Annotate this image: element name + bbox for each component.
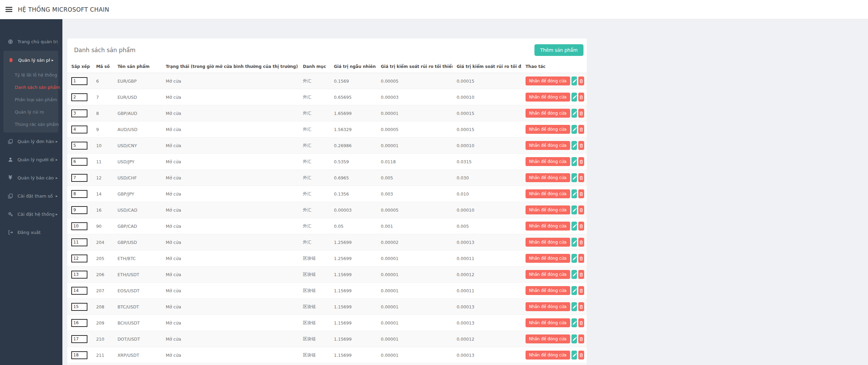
delete-button[interactable] — [578, 302, 584, 311]
close-market-button[interactable]: Nhấn để đóng cửa — [526, 125, 570, 134]
delete-button[interactable] — [578, 286, 584, 295]
close-market-button[interactable]: Nhấn để đóng cửa — [526, 93, 570, 102]
sidebar-item[interactable]: ฿Quản lý sản phẩm▸ — [3, 51, 58, 69]
id-cell: 212 — [92, 363, 113, 365]
edit-button[interactable] — [571, 189, 577, 198]
delete-button[interactable] — [578, 141, 584, 150]
edit-button[interactable] — [571, 351, 577, 360]
sidebar-item[interactable]: Trang chủ quản trị — [0, 33, 62, 51]
edit-button[interactable] — [571, 157, 577, 166]
close-market-button[interactable]: Nhấn để đóng cửa — [526, 109, 570, 118]
delete-button[interactable] — [578, 157, 584, 166]
sort-input[interactable] — [71, 142, 87, 150]
close-market-button[interactable]: Nhấn để đóng cửa — [526, 189, 570, 198]
close-market-button[interactable]: Nhấn để đóng cửa — [526, 254, 570, 263]
sidebar-subitem[interactable]: Phân loại sản phẩm — [3, 93, 58, 106]
delete-button[interactable] — [578, 238, 584, 247]
edit-button[interactable] — [571, 109, 577, 118]
delete-button[interactable] — [578, 205, 584, 214]
edit-button[interactable] — [571, 93, 577, 102]
sort-input[interactable] — [71, 335, 87, 343]
sort-input[interactable] — [71, 206, 87, 214]
close-market-button[interactable]: Nhấn để đóng cửa — [526, 334, 570, 343]
sidebar-item[interactable]: Cài đặt tham số▸ — [0, 187, 62, 205]
delete-button[interactable] — [578, 351, 584, 360]
sort-input[interactable] — [71, 351, 87, 359]
sidebar-item[interactable]: Đăng xuất — [0, 223, 62, 242]
sort-input[interactable] — [71, 255, 87, 262]
delete-button[interactable] — [578, 318, 584, 327]
sort-input[interactable] — [71, 126, 87, 133]
close-market-button[interactable]: Nhấn để đóng cửa — [526, 141, 570, 150]
trash-icon — [579, 240, 583, 245]
sort-input[interactable] — [71, 109, 87, 117]
sort-input[interactable] — [71, 238, 87, 246]
sidebar-item[interactable]: Quản lý đơn hàng▸ — [0, 132, 62, 151]
edit-button[interactable] — [571, 334, 577, 343]
sort-input[interactable] — [71, 319, 87, 327]
sort-cell — [67, 186, 92, 202]
sort-input[interactable] — [71, 222, 87, 230]
close-market-button[interactable]: Nhấn để đóng cửa — [526, 205, 570, 214]
sort-input[interactable] — [71, 287, 87, 295]
sort-cell — [67, 234, 92, 250]
edit-button[interactable] — [571, 270, 577, 279]
close-market-button[interactable]: Nhấn để đóng cửa — [526, 238, 570, 247]
close-market-button[interactable]: Nhấn để đóng cửa — [526, 318, 570, 327]
sidebar-item[interactable]: Cài đặt hệ thống▸ — [0, 205, 62, 223]
close-market-button[interactable]: Nhấn để đóng cửa — [526, 302, 570, 311]
edit-button[interactable] — [571, 125, 577, 134]
delete-button[interactable] — [578, 189, 584, 198]
add-product-button[interactable]: Thêm sản phẩm — [534, 44, 583, 56]
delete-button[interactable] — [578, 270, 584, 279]
edit-button[interactable] — [571, 222, 577, 231]
sort-input[interactable] — [71, 271, 87, 279]
reports-icon: ¥ — [6, 175, 14, 180]
delete-button[interactable] — [578, 109, 584, 118]
risk-min-cell: 0.003 — [377, 186, 453, 202]
close-market-button[interactable]: Nhấn để đóng cửa — [526, 76, 570, 85]
sort-input[interactable] — [71, 190, 87, 198]
edit-button[interactable] — [571, 205, 577, 214]
close-market-button[interactable]: Nhấn để đóng cửa — [526, 173, 570, 182]
sidebar-subitem[interactable]: Thùng rác sản phẩm — [3, 118, 58, 130]
edit-button[interactable] — [571, 238, 577, 247]
sort-input[interactable] — [71, 77, 87, 85]
edit-button[interactable] — [571, 141, 577, 150]
edit-button[interactable] — [571, 286, 577, 295]
close-market-button[interactable]: Nhấn để đóng cửa — [526, 157, 570, 166]
delete-button[interactable] — [578, 334, 584, 343]
table-row: 9AUD/USDMở cửa外汇1.563290.000050.00015Nhấ… — [67, 121, 587, 138]
sidebar-subitem[interactable]: Tỷ lệ lãi lỗ hệ thống — [3, 69, 58, 81]
close-market-button[interactable]: Nhấn để đóng cửa — [526, 351, 570, 360]
close-market-button[interactable]: Nhấn để đóng cửa — [526, 270, 570, 279]
delete-button[interactable] — [578, 254, 584, 263]
sidebar-item[interactable]: Quản lý người dùng▸ — [0, 151, 62, 169]
sort-input[interactable] — [71, 174, 87, 182]
random-value-cell: 0.6965 — [330, 170, 377, 186]
edit-button[interactable] — [571, 76, 577, 85]
menu-toggle-icon[interactable] — [5, 7, 12, 12]
edit-button[interactable] — [571, 254, 577, 263]
delete-button[interactable] — [578, 125, 584, 134]
sort-cell — [67, 73, 92, 89]
close-market-button[interactable]: Nhấn để đóng cửa — [526, 222, 570, 231]
sidebar-subitem[interactable]: Quản lý rủi ro — [3, 106, 58, 118]
edit-button[interactable] — [571, 173, 577, 182]
sort-input[interactable] — [71, 303, 87, 311]
status-cell: Mở cửa — [161, 363, 299, 365]
edit-button[interactable] — [571, 318, 577, 327]
name-cell: BCH/USDT — [113, 315, 162, 331]
edit-button[interactable] — [571, 302, 577, 311]
delete-button[interactable] — [578, 93, 584, 102]
sidebar-subitem[interactable]: Danh sách sản phẩm — [3, 81, 58, 93]
close-market-button[interactable]: Nhấn để đóng cửa — [526, 286, 570, 295]
delete-button[interactable] — [578, 76, 584, 85]
trash-icon — [579, 127, 583, 132]
sort-input[interactable] — [71, 93, 87, 101]
sort-input[interactable] — [71, 158, 87, 166]
delete-button[interactable] — [578, 173, 584, 182]
table-row: 204GBP/USDMở cửa外汇1.256990.000020.00013N… — [67, 234, 587, 250]
delete-button[interactable] — [578, 222, 584, 231]
sidebar-item[interactable]: ¥Quản lý báo cáo▸ — [0, 169, 62, 187]
